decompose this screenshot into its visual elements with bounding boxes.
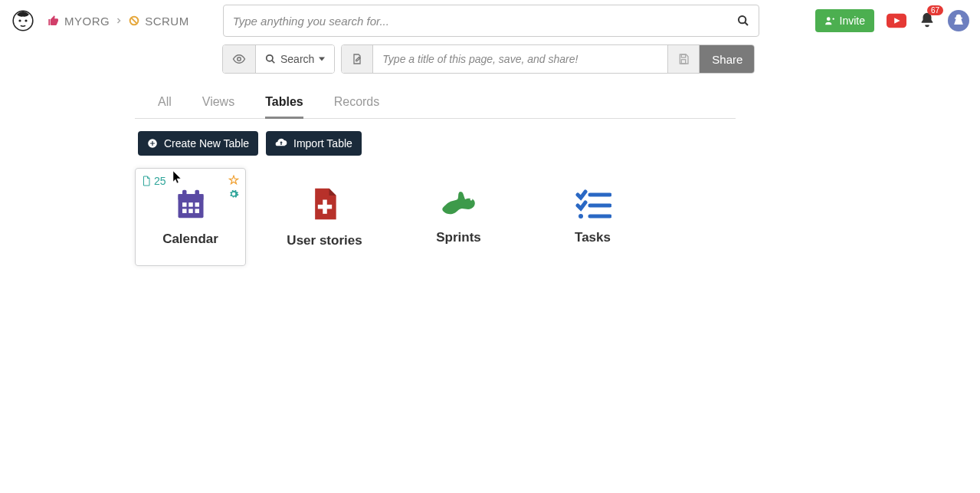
svg-rect-16 (182, 202, 187, 207)
svg-point-5 (826, 17, 830, 21)
svg-rect-13 (178, 194, 203, 199)
card-title: Tasks (575, 230, 611, 245)
share-button[interactable]: Share (699, 45, 755, 73)
calendar-icon (174, 187, 208, 221)
card-record-count: 25 (142, 175, 166, 187)
avatar[interactable] (948, 10, 969, 31)
mouse-cursor (172, 170, 182, 184)
star-icon[interactable] (228, 175, 239, 186)
tab-tables[interactable]: Tables (265, 87, 303, 119)
rabbit-icon (438, 189, 480, 219)
file-edit-icon (351, 53, 363, 65)
svg-rect-20 (188, 209, 193, 213)
invite-label: Invite (840, 15, 865, 27)
thumbs-up-icon (48, 15, 60, 27)
import-table-button[interactable]: Import Table (266, 131, 362, 156)
search-dropdown-label: Search (280, 53, 314, 65)
share-label: Share (712, 53, 742, 66)
search-dropdown[interactable]: Search (255, 45, 334, 73)
chevron-right-icon (114, 16, 123, 25)
youtube-icon[interactable] (887, 13, 906, 28)
card-user-stories[interactable]: User stories (269, 168, 380, 266)
visibility-search-group: Search (222, 44, 335, 74)
app-logo (11, 8, 35, 33)
cloud-upload-icon (275, 138, 287, 149)
svg-rect-17 (188, 202, 193, 207)
svg-rect-14 (182, 190, 187, 197)
svg-point-8 (267, 55, 273, 61)
plus-circle-icon (147, 138, 158, 149)
page-title-field-wrap (372, 45, 667, 73)
sub-toolbar: Search Share (0, 41, 980, 74)
svg-point-4 (739, 16, 746, 23)
table-cards: 25 Calendar User stories (135, 156, 736, 266)
create-table-label: Create New Table (164, 137, 249, 150)
global-search[interactable] (223, 5, 759, 37)
invite-button[interactable]: Invite (815, 9, 874, 32)
card-title: User stories (287, 233, 362, 248)
page-title-group: Share (341, 44, 755, 74)
svg-rect-21 (195, 209, 199, 213)
tab-records[interactable]: Records (334, 87, 380, 118)
checklist-icon (575, 189, 611, 219)
caret-down-icon (319, 56, 325, 62)
svg-rect-9 (682, 54, 686, 58)
tab-bar: All Views Tables Records (135, 81, 736, 119)
page-title-input[interactable] (382, 53, 658, 65)
card-calendar[interactable]: 25 Calendar (135, 168, 246, 266)
breadcrumb: MYORG SCRUM (48, 15, 189, 28)
svg-point-24 (470, 199, 472, 201)
create-table-button[interactable]: Create New Table (138, 131, 258, 156)
breadcrumb-project[interactable]: SCRUM (145, 15, 189, 28)
svg-point-7 (238, 58, 241, 61)
notification-badge: 67 (927, 5, 943, 15)
svg-rect-10 (682, 60, 686, 64)
save-icon (677, 53, 690, 65)
top-bar: MYORG SCRUM Invite 67 (0, 0, 980, 41)
file-icon (142, 176, 151, 186)
card-title: Calendar (162, 232, 218, 247)
search-icon (265, 54, 276, 64)
eye-icon (232, 52, 246, 66)
svg-point-27 (578, 214, 583, 219)
svg-rect-23 (317, 205, 331, 209)
card-tasks[interactable]: Tasks (537, 168, 648, 266)
main-content: All Views Tables Records Create New Tabl… (0, 74, 736, 266)
page-edit-button[interactable] (342, 45, 372, 73)
svg-rect-18 (195, 202, 199, 207)
top-right-controls: Invite 67 (815, 9, 969, 32)
table-actions: Create New Table Import Table (135, 119, 736, 156)
user-plus-icon (824, 15, 835, 26)
svg-point-1 (18, 19, 21, 21)
notifications-button[interactable]: 67 (919, 12, 936, 31)
import-table-label: Import Table (293, 137, 352, 150)
breadcrumb-org[interactable]: MYORG (64, 15, 110, 28)
visibility-button[interactable] (223, 45, 255, 73)
svg-rect-19 (182, 209, 187, 213)
svg-rect-15 (195, 190, 199, 197)
search-icon[interactable] (737, 15, 749, 27)
svg-point-2 (25, 19, 27, 21)
card-title: Sprints (436, 230, 481, 245)
card-corner-actions (228, 175, 239, 199)
card-sprints[interactable]: Sprints (403, 168, 514, 266)
medkit-icon (308, 186, 342, 222)
tab-all[interactable]: All (158, 87, 172, 118)
search-input[interactable] (233, 15, 737, 28)
save-button[interactable] (667, 45, 699, 73)
gear-icon[interactable] (228, 189, 239, 199)
tab-views[interactable]: Views (202, 87, 234, 118)
ban-icon (128, 15, 140, 27)
